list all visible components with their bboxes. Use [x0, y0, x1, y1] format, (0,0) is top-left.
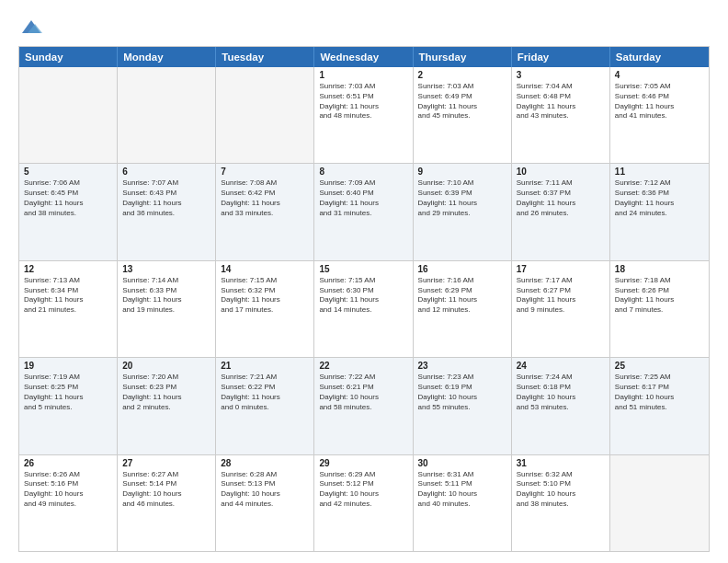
cell-info-line: Daylight: 11 hours — [517, 102, 605, 112]
cell-info-line: Sunset: 5:13 PM — [221, 479, 309, 489]
cell-info-line: and 14 minutes. — [319, 305, 407, 316]
cell-info-line: Sunset: 5:14 PM — [122, 479, 210, 489]
day-number: 16 — [418, 264, 506, 274]
cell-info-line: Sunset: 6:29 PM — [418, 286, 506, 296]
cell-info-line: Sunset: 6:27 PM — [517, 286, 605, 296]
cell-info-line: Sunset: 6:21 PM — [319, 383, 407, 393]
cell-info-line: Daylight: 11 hours — [615, 295, 704, 305]
cal-cell-r3-c0: 19Sunrise: 7:19 AMSunset: 6:25 PMDayligh… — [19, 358, 118, 454]
cal-cell-r0-c0 — [19, 67, 118, 163]
cell-info-line: Sunrise: 7:15 AM — [319, 276, 407, 286]
cell-info-line: Sunset: 6:17 PM — [615, 383, 704, 393]
cell-info-line: and 45 minutes. — [418, 111, 506, 121]
cal-cell-r4-c3: 29Sunrise: 6:29 AMSunset: 5:12 PMDayligh… — [314, 455, 413, 551]
cell-info-line: and 46 minutes. — [122, 500, 210, 510]
cell-info-line: Sunrise: 6:32 AM — [517, 470, 605, 480]
cell-info-line: Daylight: 11 hours — [319, 295, 407, 305]
cell-info-line: and 44 minutes. — [221, 500, 309, 510]
cal-cell-r1-c5: 10Sunrise: 7:11 AMSunset: 6:37 PMDayligh… — [512, 164, 610, 259]
cell-info-line: Daylight: 11 hours — [319, 199, 407, 209]
cell-info-line: Sunset: 6:40 PM — [319, 189, 407, 199]
cell-info-line: Sunset: 6:36 PM — [615, 189, 704, 199]
cell-info-line: Daylight: 11 hours — [418, 102, 506, 112]
cell-info-line: Daylight: 11 hours — [517, 199, 605, 209]
cell-info-line: Sunset: 6:49 PM — [418, 92, 506, 102]
cal-cell-r2-c1: 13Sunrise: 7:14 AMSunset: 6:33 PMDayligh… — [118, 261, 216, 357]
header-cell-thursday: Thursday — [414, 47, 512, 67]
cell-info-line: Daylight: 11 hours — [122, 393, 210, 403]
cell-info-line: and 9 minutes. — [517, 305, 605, 316]
day-number: 28 — [221, 458, 309, 468]
cell-info-line: Sunrise: 7:22 AM — [319, 373, 407, 383]
day-number: 30 — [418, 458, 506, 468]
cal-cell-r4-c4: 30Sunrise: 6:31 AMSunset: 5:11 PMDayligh… — [414, 455, 512, 551]
cell-info-line: Sunrise: 6:31 AM — [418, 470, 506, 480]
cell-info-line: and 53 minutes. — [517, 403, 605, 413]
cal-cell-r1-c6: 11Sunrise: 7:12 AMSunset: 6:36 PMDayligh… — [610, 164, 709, 259]
cell-info-line: Sunset: 6:39 PM — [418, 189, 506, 199]
cell-info-line: Sunrise: 7:09 AM — [319, 178, 407, 189]
day-number: 20 — [122, 361, 210, 371]
cell-info-line: and 36 minutes. — [122, 209, 210, 219]
cell-info-line: and 19 minutes. — [122, 305, 210, 316]
cal-cell-r0-c3: 1Sunrise: 7:03 AMSunset: 6:51 PMDaylight… — [314, 67, 413, 163]
cell-info-line: Sunset: 6:37 PM — [517, 189, 605, 199]
cell-info-line: Sunrise: 7:13 AM — [24, 276, 112, 286]
cell-info-line: Sunset: 6:43 PM — [122, 189, 210, 199]
cell-info-line: and 12 minutes. — [418, 305, 506, 316]
page: SundayMondayTuesdayWednesdayThursdayFrid… — [0, 0, 728, 563]
cal-cell-r1-c2: 7Sunrise: 7:08 AMSunset: 6:42 PMDaylight… — [216, 164, 314, 259]
cell-info-line: and 40 minutes. — [418, 500, 506, 510]
calendar-header: SundayMondayTuesdayWednesdayThursdayFrid… — [19, 47, 709, 67]
cell-info-line: Daylight: 10 hours — [221, 489, 309, 500]
cell-info-line: and 24 minutes. — [615, 209, 704, 219]
cell-info-line: and 7 minutes. — [615, 305, 704, 316]
header — [18, 17, 710, 37]
cell-info-line: Sunset: 6:34 PM — [24, 286, 112, 296]
cell-info-line: Daylight: 11 hours — [122, 199, 210, 209]
cell-info-line: Sunset: 6:26 PM — [615, 286, 704, 296]
cal-cell-r2-c0: 12Sunrise: 7:13 AMSunset: 6:34 PMDayligh… — [19, 261, 118, 357]
cell-info-line: and 17 minutes. — [221, 305, 309, 316]
day-number: 4 — [615, 70, 704, 80]
cell-info-line: Sunrise: 7:15 AM — [221, 276, 309, 286]
cell-info-line: Daylight: 10 hours — [418, 393, 506, 403]
cal-cell-r4-c5: 31Sunrise: 6:32 AMSunset: 5:10 PMDayligh… — [512, 455, 610, 551]
cal-cell-r3-c5: 24Sunrise: 7:24 AMSunset: 6:18 PMDayligh… — [512, 358, 610, 454]
cell-info-line: Sunrise: 7:25 AM — [615, 373, 704, 383]
day-number: 24 — [517, 361, 605, 371]
cell-info-line: Sunset: 6:18 PM — [517, 383, 605, 393]
cell-info-line: and 21 minutes. — [24, 305, 112, 316]
day-number: 14 — [221, 264, 309, 274]
cell-info-line: Daylight: 11 hours — [517, 295, 605, 305]
cell-info-line: and 49 minutes. — [24, 500, 112, 510]
header-cell-friday: Friday — [512, 47, 610, 67]
cell-info-line: Daylight: 10 hours — [24, 489, 112, 500]
day-number: 3 — [517, 70, 605, 80]
cal-cell-r3-c2: 21Sunrise: 7:21 AMSunset: 6:22 PMDayligh… — [216, 358, 314, 454]
cell-info-line: and 29 minutes. — [418, 209, 506, 219]
calendar-row-3: 19Sunrise: 7:19 AMSunset: 6:25 PMDayligh… — [19, 358, 709, 454]
cell-info-line: and 33 minutes. — [221, 209, 309, 219]
cell-info-line: Sunset: 6:51 PM — [319, 92, 407, 102]
cal-cell-r2-c4: 16Sunrise: 7:16 AMSunset: 6:29 PMDayligh… — [414, 261, 512, 357]
cell-info-line: Daylight: 11 hours — [418, 199, 506, 209]
calendar-row-0: 1Sunrise: 7:03 AMSunset: 6:51 PMDaylight… — [19, 67, 709, 164]
cal-cell-r2-c6: 18Sunrise: 7:18 AMSunset: 6:26 PMDayligh… — [610, 261, 709, 357]
cal-cell-r1-c1: 6Sunrise: 7:07 AMSunset: 6:43 PMDaylight… — [118, 164, 216, 259]
cell-info-line: and 41 minutes. — [615, 111, 704, 121]
cell-info-line: Daylight: 10 hours — [122, 489, 210, 500]
day-number: 23 — [418, 361, 506, 371]
logo — [18, 17, 48, 37]
header-cell-tuesday: Tuesday — [216, 47, 314, 67]
cell-info-line: Sunset: 6:23 PM — [122, 383, 210, 393]
cell-info-line: Daylight: 11 hours — [24, 199, 112, 209]
day-number: 11 — [615, 167, 704, 177]
day-number: 2 — [418, 70, 506, 80]
day-number: 5 — [24, 167, 112, 177]
cell-info-line: Sunset: 6:46 PM — [615, 92, 704, 102]
cal-cell-r3-c6: 25Sunrise: 7:25 AMSunset: 6:17 PMDayligh… — [610, 358, 709, 454]
day-number: 13 — [122, 264, 210, 274]
header-cell-monday: Monday — [118, 47, 216, 67]
cell-info-line: Sunrise: 7:10 AM — [418, 178, 506, 189]
